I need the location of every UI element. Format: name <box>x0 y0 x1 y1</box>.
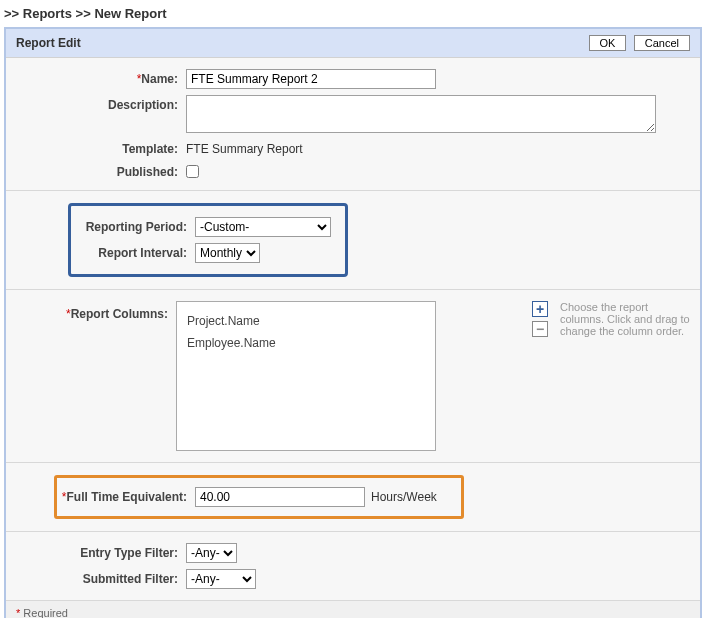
report-interval-select[interactable]: Monthly <box>195 243 260 263</box>
label-template: Template: <box>16 139 186 156</box>
breadcrumb-reports: Reports <box>23 6 72 21</box>
label-name: *Name: <box>16 69 186 86</box>
published-checkbox[interactable] <box>186 165 199 178</box>
label-submitted-filter: Submitted Filter: <box>16 569 186 586</box>
breadcrumb: >> Reports >> New Report <box>0 0 706 27</box>
breadcrumb-sep: >> <box>4 6 19 21</box>
section-fte: *Full Time Equivalent: Hours/Week <box>6 462 700 531</box>
breadcrumb-new-report: New Report <box>94 6 166 21</box>
add-column-button[interactable]: + <box>532 301 548 317</box>
template-value: FTE Summary Report <box>186 139 303 156</box>
minus-icon: − <box>536 322 544 336</box>
reporting-period-select[interactable]: -Custom- <box>195 217 331 237</box>
label-report-interval: Report Interval: <box>71 243 195 260</box>
fte-input[interactable] <box>195 487 365 507</box>
label-report-columns: *Report Columns: <box>16 301 176 321</box>
fte-highlight-box: *Full Time Equivalent: Hours/Week <box>54 475 464 519</box>
panel-header: Report Edit OK Cancel <box>6 29 700 58</box>
name-input[interactable] <box>186 69 436 89</box>
remove-column-button[interactable]: − <box>532 321 548 337</box>
breadcrumb-sep: >> <box>76 6 91 21</box>
section-columns: *Report Columns: Project.Name Employee.N… <box>6 289 700 462</box>
columns-help-text: Choose the report columns. Click and dra… <box>560 301 690 337</box>
report-edit-panel: Report Edit OK Cancel *Name: Description… <box>4 27 702 618</box>
column-controls: + − <box>532 301 548 337</box>
cancel-button[interactable]: Cancel <box>634 35 690 51</box>
label-published: Published: <box>16 162 186 179</box>
column-item[interactable]: Project.Name <box>187 310 425 332</box>
report-columns-list[interactable]: Project.Name Employee.Name <box>176 301 436 451</box>
required-footer: * Required <box>6 600 700 618</box>
ok-button[interactable]: OK <box>589 35 627 51</box>
label-entry-type-filter: Entry Type Filter: <box>16 543 186 560</box>
section-basic: *Name: Description: Template: FTE Summar… <box>6 58 700 190</box>
description-textarea[interactable] <box>186 95 656 133</box>
plus-icon: + <box>536 302 544 316</box>
panel-title: Report Edit <box>16 36 81 50</box>
submitted-filter-select[interactable]: -Any- <box>186 569 256 589</box>
fte-unit: Hours/Week <box>371 487 437 504</box>
section-filters: Entry Type Filter: -Any- Submitted Filte… <box>6 531 700 600</box>
label-description: Description: <box>16 95 186 112</box>
period-highlight-box: Reporting Period: -Custom- Report Interv… <box>68 203 348 277</box>
column-item[interactable]: Employee.Name <box>187 332 425 354</box>
label-reporting-period: Reporting Period: <box>71 217 195 234</box>
entry-type-filter-select[interactable]: -Any- <box>186 543 237 563</box>
label-fte: *Full Time Equivalent: <box>57 487 195 504</box>
required-label: Required <box>20 607 68 618</box>
panel-body: *Name: Description: Template: FTE Summar… <box>6 58 700 618</box>
section-period: Reporting Period: -Custom- Report Interv… <box>6 190 700 289</box>
